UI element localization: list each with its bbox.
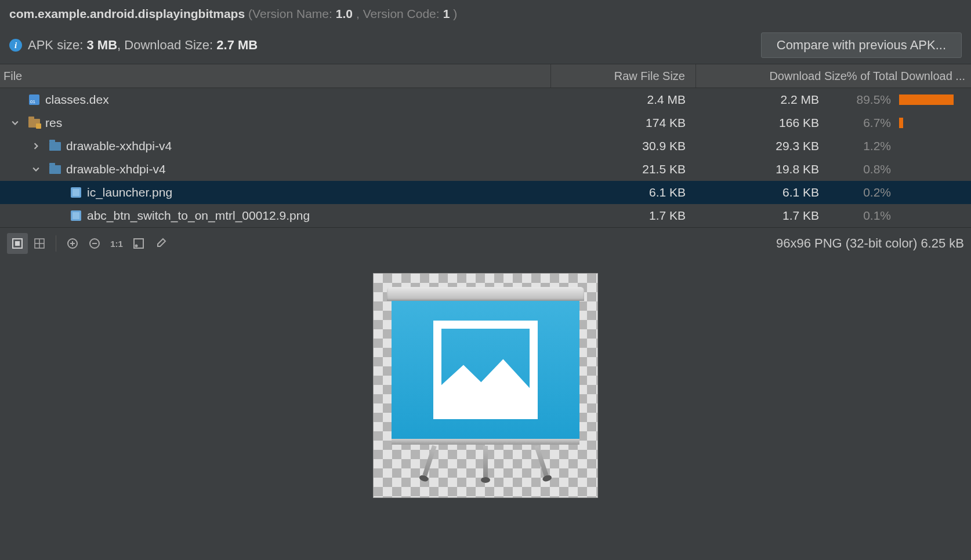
download-size: 1.7 KB xyxy=(696,209,829,223)
percent-of-total: 0.8% xyxy=(829,162,899,176)
percent-of-total: 6.7% xyxy=(829,116,899,130)
preview-pane: 1:1 96x96 PNG (32-bit color) 6.25 kB xyxy=(0,227,971,560)
table-row[interactable]: abc_btn_switch_to_on_mtrl_00012.9.png1.7… xyxy=(0,204,971,227)
launcher-icon-preview xyxy=(387,287,584,484)
file-type-icon xyxy=(28,93,41,106)
toolbar-separator xyxy=(56,235,56,252)
file-name: ic_launcher.png xyxy=(87,186,172,199)
expand-arrow-icon[interactable] xyxy=(12,119,28,126)
file-name: res xyxy=(45,116,62,130)
download-size: 29.3 KB xyxy=(696,139,829,153)
app-id: com.example.android.displayingbitmaps xyxy=(9,7,245,21)
table-row[interactable]: drawable-xxhdpi-v430.9 KB29.3 KB1.2% xyxy=(0,134,971,158)
apk-size-value: 3 MB xyxy=(87,38,118,53)
download-size: 19.8 KB xyxy=(696,162,829,176)
svg-rect-1 xyxy=(15,241,20,246)
file-table-header: File Raw File Size Download Size% of Tot… xyxy=(0,64,971,88)
version-code-label: , Version Code: xyxy=(356,7,440,21)
file-type-icon xyxy=(49,140,61,152)
apk-title-row: com.example.android.displayingbitmaps (V… xyxy=(9,7,962,21)
bounds-button[interactable] xyxy=(128,233,149,254)
table-row[interactable]: drawable-xhdpi-v421.5 KB19.8 KB0.8% xyxy=(0,158,971,181)
col-header-file[interactable]: File xyxy=(0,64,551,88)
percent-bar xyxy=(899,94,969,105)
file-name: abc_btn_switch_to_on_mtrl_00012.9.png xyxy=(87,209,310,223)
preview-toolbar: 1:1 96x96 PNG (32-bit color) 6.25 kB xyxy=(0,228,971,259)
percent-of-total: 0.2% xyxy=(829,186,899,199)
grid-button[interactable] xyxy=(29,233,50,254)
download-size: 166 KB xyxy=(696,116,829,130)
expand-arrow-icon[interactable] xyxy=(32,143,49,150)
transparency-background xyxy=(373,273,598,498)
raw-size: 174 KB xyxy=(551,116,696,130)
percent-of-total: 89.5% xyxy=(829,93,899,107)
file-type-icon xyxy=(70,209,82,222)
file-table-body: classes.dex2.4 MB2.2 MB89.5%res174 KB166… xyxy=(0,88,971,227)
version-code: 1 xyxy=(443,7,450,21)
raw-size: 1.7 KB xyxy=(551,209,696,223)
compare-apk-button[interactable]: Compare with previous APK... xyxy=(761,32,962,58)
raw-size: 21.5 KB xyxy=(551,162,696,176)
table-row[interactable]: ic_launcher.png6.1 KB6.1 KB0.2% xyxy=(0,181,971,204)
apk-size-info: i APK size: 3 MB , Download Size: 2.7 MB xyxy=(9,38,258,53)
file-type-icon xyxy=(49,163,61,176)
table-row[interactable]: res174 KB166 KB6.7% xyxy=(0,111,971,134)
file-name: classes.dex xyxy=(45,93,109,107)
version-name: 1.0 xyxy=(336,7,353,21)
raw-size: 2.4 MB xyxy=(551,93,696,107)
zoom-in-button[interactable] xyxy=(62,233,83,254)
percent-bar xyxy=(899,118,969,128)
table-row[interactable]: classes.dex2.4 MB2.2 MB89.5% xyxy=(0,88,971,111)
version-close: ) xyxy=(453,7,457,21)
dl-size-value: 2.7 MB xyxy=(216,38,258,53)
file-name: drawable-xxhdpi-v4 xyxy=(66,139,172,153)
col-header-raw[interactable]: Raw File Size xyxy=(551,64,696,88)
file-name: drawable-xhdpi-v4 xyxy=(66,162,166,176)
actual-size-button[interactable]: 1:1 xyxy=(106,233,127,254)
raw-size: 6.1 KB xyxy=(551,186,696,199)
svg-point-11 xyxy=(136,245,137,247)
preview-canvas[interactable] xyxy=(0,259,971,560)
color-picker-button[interactable] xyxy=(150,233,171,254)
percent-of-total: 0.1% xyxy=(829,209,899,223)
info-icon: i xyxy=(9,39,22,52)
apk-size-label: APK size: xyxy=(28,38,83,53)
expand-arrow-icon[interactable] xyxy=(32,166,49,173)
col-header-dl[interactable]: Download Size% of Total Download ... xyxy=(696,64,971,88)
file-type-icon xyxy=(28,117,41,129)
download-size: 2.2 MB xyxy=(696,93,829,107)
zoom-out-button[interactable] xyxy=(84,233,105,254)
version-name-label: (Version Name: xyxy=(248,7,332,21)
apk-header: com.example.android.displayingbitmaps (V… xyxy=(0,0,971,64)
fit-zoom-button[interactable] xyxy=(7,233,28,254)
file-type-icon xyxy=(70,186,82,199)
percent-of-total: 1.2% xyxy=(829,139,899,153)
download-size: 6.1 KB xyxy=(696,186,829,199)
image-info-text: 96x96 PNG (32-bit color) 6.25 kB xyxy=(776,236,964,251)
raw-size: 30.9 KB xyxy=(551,139,696,153)
dl-size-label: , Download Size: xyxy=(117,38,213,53)
